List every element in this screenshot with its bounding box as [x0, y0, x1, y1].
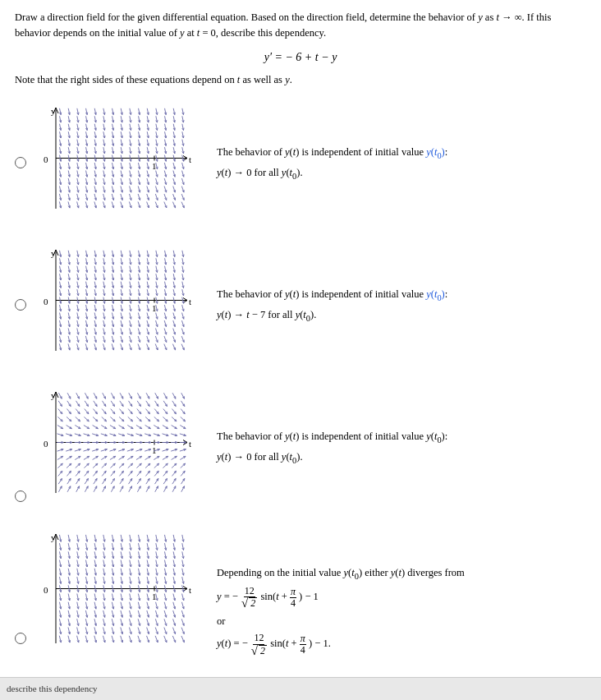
radio-col-4[interactable]: [15, 526, 38, 644]
radio-col-3[interactable]: [15, 384, 38, 507]
option-1-row: The behavior of y(t) is independent of i…: [15, 99, 586, 227]
description-col-1: The behavior of y(t) is independent of i…: [217, 99, 586, 186]
behavior-line-1a: The behavior of y(t) is independent of i…: [217, 145, 586, 162]
graph-col-2: [38, 242, 202, 369]
radio-button-4[interactable]: [15, 633, 26, 644]
direction-field-4: [38, 526, 194, 661]
description-col-3: The behavior of y(t) is independent of i…: [217, 384, 586, 470]
question-container: Draw a direction field for the given dif…: [15, 10, 586, 661]
note-text: Note that the right sides of these equat…: [15, 72, 586, 88]
option-2-row: The behavior of y(t) is independent of i…: [15, 242, 586, 369]
radio-col-2[interactable]: [15, 242, 38, 315]
radio-button-2[interactable]: [15, 299, 26, 311]
radio-button-3[interactable]: [15, 490, 26, 502]
question-text: Draw a direction field for the given dif…: [15, 10, 586, 42]
direction-field-3: [38, 384, 194, 511]
radio-col-1[interactable]: [15, 99, 38, 173]
answer-equation-4a: y = − 12 √2 sin(t + π 4 ) − 1: [217, 586, 586, 610]
bottom-label: describe this dependency: [7, 682, 98, 696]
radio-button-1[interactable]: [15, 157, 26, 168]
graph-col-4: [38, 526, 202, 661]
behavior-line-2a: The behavior of y(t) is independent of i…: [217, 287, 586, 304]
graph-col-3: [38, 384, 202, 511]
behavior-line-4a: Depending on the initial value y(t0) eit…: [217, 565, 586, 583]
answer-block-4: y = − 12 √2 sin(t + π 4 ) − 1 or y(t) = …: [217, 586, 586, 657]
graph-col-1: [38, 99, 202, 227]
option-4-row: Depending on the initial value y(t0) eit…: [15, 526, 586, 661]
behavior-line-3a: The behavior of y(t) is independent of i…: [217, 429, 586, 446]
direction-field-2: [38, 242, 194, 369]
behavior-line-2b: y(t) → t − 7 for all y(t0).: [217, 307, 586, 325]
answer-equation-4b: y(t) = − 12 √2 sin(t + π 4 ) − 1.: [217, 633, 586, 656]
bottom-bar: describe this dependency: [0, 677, 601, 700]
behavior-line-1b: y(t) → 0 for all y(t0).: [217, 165, 586, 182]
description-col-4: Depending on the initial value y(t0) eit…: [217, 526, 586, 657]
main-equation: y′ = − 6 + t − y: [15, 48, 586, 66]
direction-field-1: [38, 99, 194, 227]
or-text: or: [217, 612, 586, 631]
description-col-2: The behavior of y(t) is independent of i…: [217, 242, 586, 328]
behavior-line-3b: y(t) → 0 for all y(t0).: [217, 449, 586, 467]
option-3-row: The behavior of y(t) is independent of i…: [15, 384, 586, 511]
